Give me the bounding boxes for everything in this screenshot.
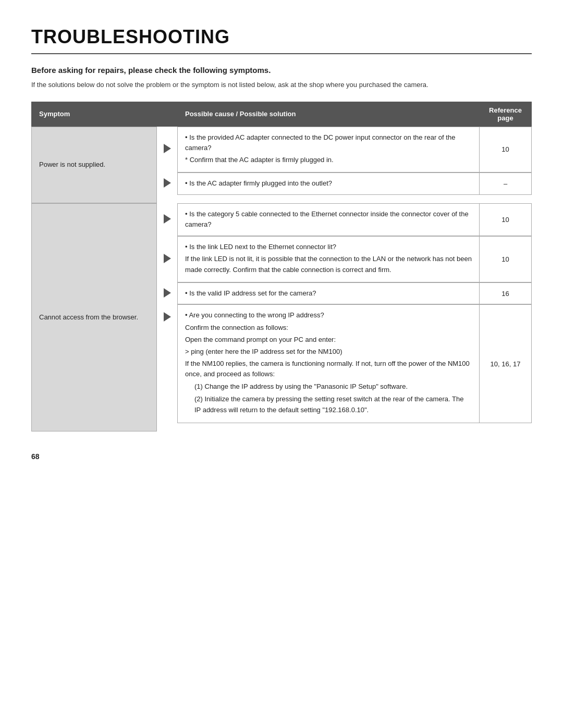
group1-cause1: • Is the provided AC adapter connected t… [178, 127, 480, 172]
arrow-icon [164, 288, 171, 298]
cause-header: Possible cause / Possible solution [178, 102, 480, 126]
group2-ref1: 10 [480, 203, 532, 236]
group2-ref4: 10, 16, 17 [480, 305, 532, 423]
group1-row1: Power is not supplied. • Is the provided… [32, 127, 532, 172]
group2-cause2: • Is the link LED next to the Ethernet c… [178, 237, 480, 282]
group2-cause1: • Is the category 5 cable connected to t… [178, 203, 480, 236]
symptom-header: Symptom [32, 102, 157, 126]
reference-header: Reference page [480, 102, 532, 126]
group2-arrow3 [157, 282, 178, 304]
group2-row1: Cannot access from the browser. • Is the… [32, 203, 532, 236]
arrow-icon [164, 214, 171, 224]
title-divider [31, 53, 532, 54]
group2-symptom: Cannot access from the browser. [32, 203, 157, 431]
page-title: TROUBLESHOOTING [31, 26, 532, 48]
arrow-icon [164, 312, 171, 322]
intro-text: If the solutions below do not solve the … [31, 80, 532, 90]
arrow-icon [164, 178, 171, 188]
group1-ref1: 10 [480, 127, 532, 172]
group2-cause3: • Is the valid IP address set for the ca… [178, 282, 480, 304]
group2-arrow2 [157, 237, 178, 282]
group2-ref3: 16 [480, 282, 532, 304]
group1-arrow2 [157, 172, 178, 194]
group1-arrow1 [157, 127, 178, 172]
group2-ref2: 10 [480, 237, 532, 282]
group1-ref2: – [480, 172, 532, 194]
page-number: 68 [31, 452, 532, 461]
group2-cause4: • Are you connecting to the wrong IP add… [178, 305, 480, 423]
group1-symptom: Power is not supplied. [32, 127, 157, 203]
group2-arrow4 [157, 305, 178, 423]
group1-cause2: • Is the AC adapter firmly plugged into … [178, 172, 480, 194]
arrow-icon [164, 144, 171, 153]
section-heading: Before asking for repairs, please check … [31, 66, 532, 75]
arrow-header-spacer [157, 102, 178, 126]
group2-arrow1 [157, 203, 178, 236]
arrow-icon [164, 254, 171, 263]
table-header-row: Symptom Possible cause / Possible soluti… [32, 102, 532, 126]
